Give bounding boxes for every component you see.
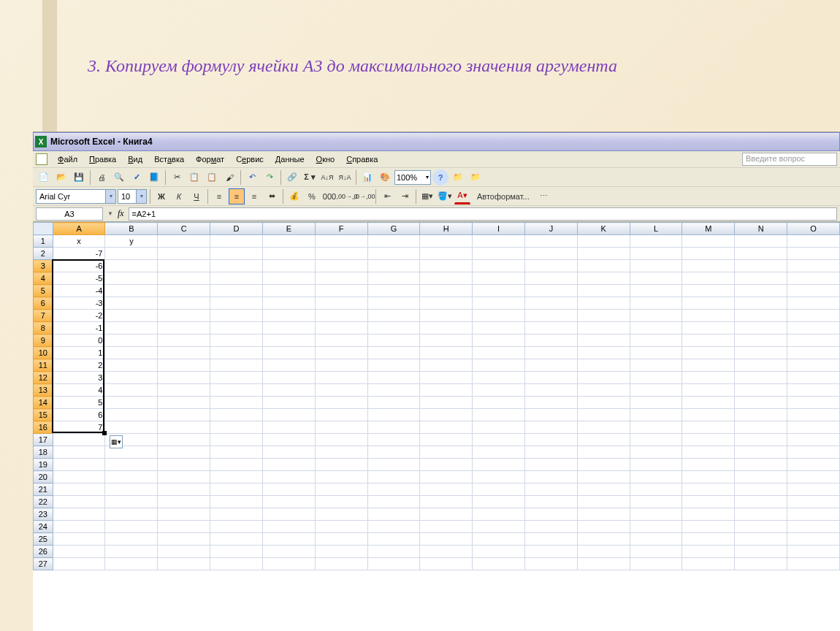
spreadsheet-grid[interactable]: ABCDEFGHIJKLMNO1xy2-73-64-55-46-37-28-19… [33,222,840,631]
cell-I5[interactable] [473,285,525,297]
row-header-7[interactable]: 7 [34,310,53,322]
cell-J1[interactable] [524,235,577,248]
cell-D16[interactable] [210,421,263,434]
cell-H26[interactable] [420,546,473,558]
toolbar-options-icon[interactable]: ⋯ [536,188,552,204]
cell-D7[interactable] [210,310,263,322]
cell-D21[interactable] [210,483,263,496]
cell-I22[interactable] [473,496,525,508]
cell-O1[interactable] [787,235,840,248]
cell-J2[interactable] [524,248,577,260]
cell-L13[interactable] [630,384,682,397]
cell-O21[interactable] [787,483,840,496]
cell-A27[interactable] [53,558,105,570]
cell-D25[interactable] [210,533,263,546]
cell-F5[interactable] [315,285,367,297]
cell-I13[interactable] [473,384,525,397]
cell-G17[interactable] [367,434,420,446]
cell-L23[interactable] [630,508,682,521]
cell-L22[interactable] [630,496,682,508]
cell-N22[interactable] [735,496,787,508]
cell-O8[interactable] [787,322,840,334]
cell-C20[interactable] [158,471,210,483]
print-preview-icon[interactable]: 🔍 [111,169,127,186]
menu-file[interactable]: Файл [53,153,82,165]
cell-A6[interactable]: -3 [53,297,105,310]
undo-icon[interactable]: ↶ [244,169,260,186]
cell-G4[interactable] [367,272,420,285]
cell-A25[interactable] [53,533,105,546]
cell-F3[interactable] [315,260,367,272]
cell-F16[interactable] [315,421,367,434]
cell-I27[interactable] [473,558,525,570]
cell-H2[interactable] [420,248,473,260]
cell-H23[interactable] [420,508,473,521]
cell-A18[interactable] [53,446,105,459]
merge-center-icon[interactable]: ⬌ [264,188,280,204]
cell-D22[interactable] [210,496,263,508]
cell-C4[interactable] [158,272,210,285]
cell-O25[interactable] [787,533,840,546]
cell-A23[interactable] [53,508,105,521]
cell-G11[interactable] [367,359,420,372]
cell-B8[interactable] [105,322,158,334]
cell-K27[interactable] [577,558,630,570]
cell-A5[interactable]: -4 [53,285,105,297]
menu-window[interactable]: Окно [312,153,340,165]
cell-A20[interactable] [53,471,105,483]
cell-A19[interactable] [53,459,105,471]
cell-E11[interactable] [262,359,315,372]
font-size-select[interactable]: 10▾ [118,189,147,204]
cell-E20[interactable] [262,471,315,483]
cell-O20[interactable] [787,471,840,483]
cell-H1[interactable] [420,235,473,248]
cell-E7[interactable] [262,310,315,322]
cell-E4[interactable] [262,272,315,285]
cell-O15[interactable] [787,409,840,421]
cell-K14[interactable] [577,397,630,409]
cell-F24[interactable] [315,521,367,533]
decrease-indent-icon[interactable]: ⇤ [379,188,395,204]
cell-F25[interactable] [315,533,367,546]
cell-I14[interactable] [473,397,525,409]
cell-G22[interactable] [367,496,420,508]
cell-G5[interactable] [367,285,420,297]
cell-O9[interactable] [787,334,840,347]
cell-N12[interactable] [735,372,787,384]
cell-F6[interactable] [315,297,367,310]
cell-A11[interactable]: 2 [53,359,105,372]
cell-O26[interactable] [787,546,840,558]
cell-I3[interactable] [473,260,525,272]
cell-F20[interactable] [315,471,367,483]
cell-L15[interactable] [630,409,682,421]
cell-L18[interactable] [630,446,682,459]
cell-C10[interactable] [158,347,210,359]
cell-E25[interactable] [262,533,315,546]
cell-D11[interactable] [210,359,263,372]
sort-desc-icon[interactable]: Я↓А [337,169,353,186]
cell-C2[interactable] [158,248,210,260]
cell-O17[interactable] [787,434,840,446]
cell-H19[interactable] [420,459,473,471]
cell-O27[interactable] [787,558,840,570]
cell-B7[interactable] [105,310,158,322]
row-header-24[interactable]: 24 [34,521,53,533]
cell-D26[interactable] [210,546,263,558]
cell-M1[interactable] [682,235,735,248]
cell-E15[interactable] [262,409,315,421]
cell-K20[interactable] [577,471,630,483]
cell-G2[interactable] [367,248,420,260]
cell-A9[interactable]: 0 [53,334,105,347]
decrease-decimal-icon[interactable]: ,0→,00 [356,188,373,204]
folder-icon[interactable]: 📁 [450,169,466,186]
col-header-M[interactable]: M [682,223,735,235]
cell-L12[interactable] [630,372,682,384]
cell-O22[interactable] [787,496,840,508]
cell-F15[interactable] [315,409,367,421]
row-header-22[interactable]: 22 [34,496,53,508]
row-header-14[interactable]: 14 [34,397,53,409]
cell-B19[interactable] [105,459,158,471]
cell-J15[interactable] [524,409,577,421]
cell-J25[interactable] [524,533,577,546]
cell-G8[interactable] [367,322,420,334]
